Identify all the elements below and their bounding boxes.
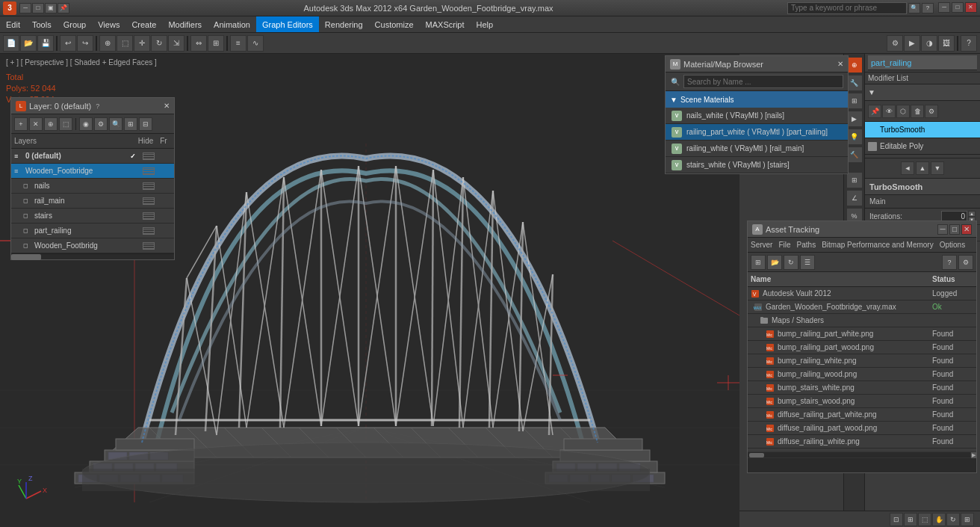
asset-menu-file[interactable]: File	[778, 241, 790, 249]
material-stairs-white[interactable]: V stairs_white ( VRayMtl ) [stairs]	[666, 157, 848, 173]
search-input[interactable]	[787, 2, 907, 14]
asset-maps-row[interactable]: Maps / Shaders	[748, 314, 976, 327]
angle-snap-btn[interactable]: ∠	[846, 190, 863, 206]
asset-vault-btn[interactable]: ⊞	[751, 255, 766, 270]
object-name-input[interactable]	[868, 55, 977, 70]
material-nails-white[interactable]: V nails_white ( VRayMtl ) [nails]	[666, 108, 848, 124]
modifier-dropdown-area[interactable]: ▼	[865, 84, 980, 101]
asset-diffuse-railing-white-row[interactable]: Mtc diffuse_railing_white.png Found	[748, 435, 976, 449]
nav-up-btn[interactable]: ▲	[916, 161, 929, 175]
render-to-texture-btn[interactable]: 🖼	[938, 35, 955, 52]
asset-path-input[interactable]	[748, 458, 976, 472]
layers-close-btn[interactable]: ✕	[164, 102, 170, 110]
asset-scrollbar-thumb[interactable]	[749, 453, 764, 457]
material-search-input[interactable]	[683, 75, 843, 88]
nav-left-btn[interactable]: ◄	[901, 161, 914, 175]
menu-tools[interactable]: Tools	[26, 16, 58, 32]
menu-rendering[interactable]: Rendering	[319, 16, 369, 32]
material-railing-white[interactable]: V railing_white ( VRayMtl ) [rail_main]	[666, 141, 848, 157]
layer-current-btn[interactable]: ◉	[79, 117, 93, 131]
layer-mgr-btn[interactable]: ≡	[230, 35, 246, 52]
orbit-btn[interactable]: ↻	[946, 513, 960, 526]
asset-settings-btn[interactable]: ⚙	[958, 255, 973, 270]
asset-diffuse-railing-part-wood-row[interactable]: Mtc diffuse_railing_part_wood.png Found	[748, 422, 976, 435]
zoom-all-btn[interactable]: ⊞	[904, 513, 917, 526]
layers-scrollbar[interactable]	[11, 253, 174, 259]
curve-editor-btn[interactable]: ∿	[247, 35, 264, 52]
menu-group[interactable]: Group	[58, 16, 93, 32]
menu-create[interactable]: Create	[125, 16, 162, 32]
render-btn[interactable]: ▶	[904, 35, 920, 52]
layer-part-railing-row[interactable]: ◻ part_railing	[11, 224, 174, 238]
menu-views[interactable]: Views	[92, 16, 125, 32]
layer-find-btn[interactable]: 🔍	[109, 117, 122, 131]
material-browser-close-btn[interactable]: ✕	[837, 60, 843, 68]
asset-menu-options[interactable]: Options	[940, 241, 965, 249]
layers-help-icon[interactable]: ?	[96, 102, 99, 110]
layer-stairs-row[interactable]: ◻ stairs	[11, 209, 174, 224]
new-scene-btn[interactable]: 📄	[3, 35, 19, 52]
asset-vault-row[interactable]: V Autodesk Vault 2012 Logged	[748, 287, 976, 301]
activeshade-btn[interactable]: ◑	[921, 35, 937, 52]
asset-scrollbar[interactable]: ▶	[748, 452, 976, 457]
pan-btn[interactable]: ✋	[932, 513, 946, 526]
asset-max-row[interactable]: MAX Garden_Wooden_Footbridge_vray.max Ok	[748, 301, 976, 314]
config-btn[interactable]: ⚙	[925, 105, 938, 118]
menu-graph-editors[interactable]: Graph Editors	[256, 16, 319, 32]
maximize-viewport-btn[interactable]: ⊞	[961, 513, 974, 526]
show-end-result-btn[interactable]: 👁	[882, 105, 896, 118]
scale-btn[interactable]: ⇲	[168, 35, 184, 52]
make-unique-btn[interactable]: ⬡	[896, 105, 910, 118]
menu-customize[interactable]: Customize	[369, 16, 420, 32]
asset-menu-paths[interactable]: Paths	[797, 241, 816, 249]
rotate-btn[interactable]: ↻	[151, 35, 167, 52]
menu-edit[interactable]: Edit	[0, 16, 26, 32]
help-search-btn[interactable]: ?	[961, 35, 977, 52]
search-icon[interactable]: 🔍	[908, 3, 920, 13]
nav-down-btn[interactable]: ▼	[931, 161, 944, 175]
asset-bump-stairs-white-row[interactable]: Mtc bump_stairs_white.png Found	[748, 381, 976, 395]
align-btn[interactable]: ⊞	[208, 35, 224, 52]
zoom-extents-btn[interactable]: ⊡	[890, 513, 903, 526]
select-region-btn[interactable]: ⬚	[117, 35, 133, 52]
asset-minimize-btn[interactable]: ─	[937, 224, 948, 235]
asset-menu-server[interactable]: Server	[751, 241, 772, 249]
help-btn[interactable]: ?	[922, 3, 934, 13]
asset-close-btn[interactable]: ✕	[961, 224, 972, 235]
minimize-btn[interactable]: ─	[19, 3, 31, 13]
layer-expand-btn[interactable]: ⊞	[124, 117, 137, 131]
layer-properties-btn[interactable]: ⚙	[94, 117, 108, 131]
win-max-btn[interactable]: □	[952, 2, 964, 13]
pin-btn[interactable]: 📌	[58, 3, 69, 13]
layers-scrollbar-thumb[interactable]	[11, 254, 41, 260]
layer-footbridge-row[interactable]: ≡ Wooden_Footbridge	[11, 164, 174, 179]
save-btn[interactable]: 💾	[37, 35, 54, 52]
layer-nails-row[interactable]: ◻ nails	[11, 179, 174, 194]
layer-new-btn[interactable]: +	[14, 117, 28, 131]
menu-maxscript[interactable]: MAXScript	[420, 16, 471, 32]
win-min-btn[interactable]: ─	[938, 2, 950, 13]
menu-help[interactable]: Help	[471, 16, 500, 32]
snap-toggle-btn[interactable]: ⊞	[846, 172, 863, 188]
render-setup-btn[interactable]: ⚙	[887, 35, 903, 52]
redo-btn[interactable]: ↪	[77, 35, 93, 52]
asset-folder-btn[interactable]: 📂	[767, 255, 782, 270]
iterations-up-btn[interactable]: ▲	[968, 211, 976, 217]
layer-default-row[interactable]: ≡ 0 (default) ✓	[11, 149, 174, 164]
layer-select-objects-btn[interactable]: ⬚	[59, 117, 72, 131]
pin-stack-btn[interactable]: 📌	[868, 105, 881, 118]
mirror-btn[interactable]: ⇔	[190, 35, 207, 52]
asset-table-btn[interactable]: ☰	[800, 255, 815, 270]
win-close-btn[interactable]: ✕	[965, 2, 977, 13]
layer-wooden2-row[interactable]: ◻ Wooden_Footbridg	[11, 238, 174, 253]
undo-btn[interactable]: ↩	[60, 35, 76, 52]
asset-bump-railing-wood-row[interactable]: Mtc bump_railing_wood.png Found	[748, 368, 976, 381]
asset-diffuse-railing-part-white-row[interactable]: Mtc diffuse_railing_part_white.png Found	[748, 408, 976, 422]
open-btn[interactable]: 📂	[20, 35, 37, 52]
asset-bump-railing-part-wood-row[interactable]: Mtc bump_railing_part_wood.png Found	[748, 341, 976, 354]
menu-modifiers[interactable]: Modifiers	[162, 16, 208, 32]
modifier-turbosmooth[interactable]: TurboSmooth	[865, 122, 980, 138]
layer-rail-row[interactable]: ◻ rail_main	[11, 194, 174, 209]
asset-bump-railing-part-white-row[interactable]: Mtc bump_railing_part_white.png Found	[748, 327, 976, 341]
asset-bump-railing-white-row[interactable]: Mtc bump_railing_white.png Found	[748, 354, 976, 368]
